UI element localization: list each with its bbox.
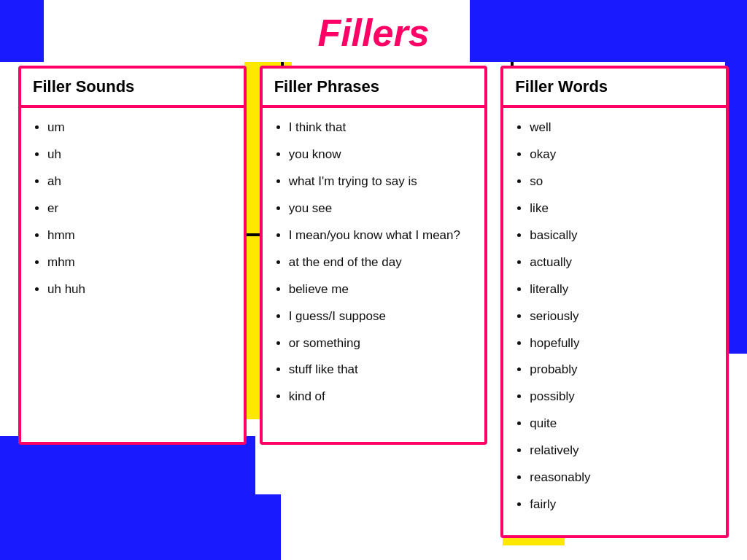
filler-sounds-body: umuhaherhmmmhmuh huh bbox=[21, 108, 244, 320]
list-item: actually bbox=[530, 254, 714, 271]
list-item: well bbox=[530, 120, 714, 136]
filler-phrases-card: Filler Phrases I think thatyou knowwhat … bbox=[260, 66, 488, 445]
list-item: possibly bbox=[530, 389, 714, 405]
list-item: relatively bbox=[530, 443, 714, 459]
list-item: believe me bbox=[289, 281, 473, 298]
list-item: or something bbox=[289, 335, 473, 352]
list-item: hopefully bbox=[530, 335, 714, 352]
filler-sounds-header: Filler Sounds bbox=[21, 69, 244, 108]
filler-phrases-body: I think thatyou knowwhat I'm trying to s… bbox=[263, 108, 485, 427]
filler-sounds-card: Filler Sounds umuhaherhmmmhmuh huh bbox=[18, 66, 247, 445]
list-item: literally bbox=[530, 281, 714, 298]
list-item: seriously bbox=[530, 308, 714, 325]
columns-container: Filler Sounds umuhaherhmmmhmuh huh Fille… bbox=[11, 66, 736, 538]
filler-sounds-list: umuhaherhmmmhmuh huh bbox=[36, 120, 232, 298]
list-item: I mean/you know what I mean? bbox=[289, 228, 473, 244]
list-item: uh huh bbox=[47, 281, 232, 298]
filler-words-body: wellokaysolikebasicallyactuallyliterally… bbox=[503, 108, 726, 535]
list-item: at the end of the day bbox=[289, 254, 473, 271]
list-item: probably bbox=[530, 362, 714, 378]
list-item: basically bbox=[530, 228, 714, 244]
list-item: um bbox=[47, 120, 232, 136]
list-item: hmm bbox=[47, 228, 232, 244]
list-item: what I'm trying to say is bbox=[289, 174, 473, 190]
list-item: stuff like that bbox=[289, 362, 473, 378]
list-item: ah bbox=[47, 174, 232, 190]
list-item: er bbox=[47, 201, 232, 217]
filler-words-card: Filler Words wellokaysolikebasicallyactu… bbox=[500, 66, 729, 538]
list-item: I guess/I suppose bbox=[289, 308, 473, 325]
filler-phrases-header: Filler Phrases bbox=[263, 69, 485, 108]
list-item: kind of bbox=[289, 389, 473, 405]
page-wrapper: Fillers Filler Sounds umuhaherhmmmhmuh h… bbox=[0, 0, 747, 560]
list-item: uh bbox=[47, 147, 232, 163]
list-item: okay bbox=[530, 147, 714, 163]
list-item: I think that bbox=[289, 120, 473, 136]
filler-words-list: wellokaysolikebasicallyactuallyliterally… bbox=[518, 120, 714, 513]
list-item: fairly bbox=[530, 497, 714, 513]
filler-phrases-list: I think thatyou knowwhat I'm trying to s… bbox=[277, 120, 473, 405]
list-item: so bbox=[530, 174, 714, 190]
list-item: you know bbox=[289, 147, 473, 163]
list-item: like bbox=[530, 201, 714, 217]
list-item: reasonably bbox=[530, 470, 714, 486]
list-item: mhm bbox=[47, 254, 232, 271]
list-item: quite bbox=[530, 416, 714, 432]
filler-words-header: Filler Words bbox=[503, 69, 726, 108]
list-item: you see bbox=[289, 201, 473, 217]
page-title: Fillers bbox=[11, 11, 736, 55]
